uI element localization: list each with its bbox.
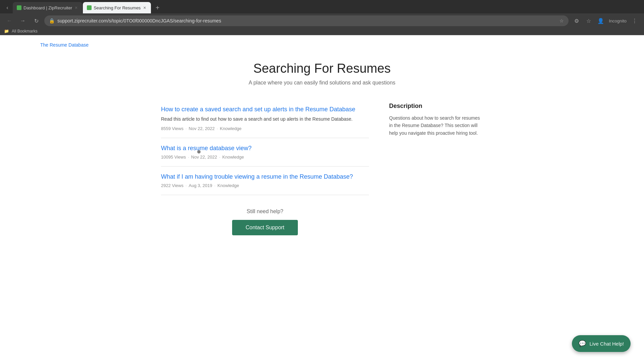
article-3-category: Knowledge: [217, 183, 239, 188]
back-button[interactable]: ←: [4, 15, 15, 26]
meta-dot-2: ·: [217, 126, 218, 131]
breadcrumb-link[interactable]: The Resume Database: [40, 42, 89, 48]
incognito-label: Incognito: [609, 18, 627, 23]
tab-support-title: Searching For Resumes: [94, 5, 141, 10]
article-1-meta: 8559 Views · Nov 22, 2022 · Knowledge: [161, 126, 369, 131]
tab-bar: ‹ Dashboard | ZipRecruiter × Searching F…: [0, 0, 644, 13]
live-chat-button[interactable]: 💬 Live Chat Help!: [572, 335, 631, 352]
contact-support-button[interactable]: Contact Support: [232, 220, 298, 235]
meta-dot-4: ·: [219, 155, 220, 160]
bookmarks-folder-icon: 📁: [4, 29, 9, 34]
article-3-views: 2922 Views: [161, 183, 183, 188]
article-1-category: Knowledge: [220, 126, 241, 131]
browser-chrome: ‹ Dashboard | ZipRecruiter × Searching F…: [0, 0, 644, 35]
article-3-date: Aug 3, 2019: [189, 183, 212, 188]
sidebar-description-title: Description: [389, 103, 483, 110]
meta-dot-5: ·: [185, 183, 187, 188]
article-2-category: Knowledge: [222, 155, 244, 160]
articles-list: How to create a saved search and set up …: [161, 99, 369, 242]
tab-support-close[interactable]: ×: [143, 5, 147, 11]
article-2-meta: 10095 Views · Nov 22, 2022 · Knowledge: [161, 155, 369, 160]
article-3-meta: 2922 Views · Aug 3, 2019 · Knowledge: [161, 183, 369, 188]
tab-dashboard-close[interactable]: ×: [74, 5, 78, 11]
nav-actions: ⚙ ☆ 👤 Incognito ⋮: [571, 15, 640, 26]
tab-dashboard-title: Dashboard | ZipRecruiter: [23, 5, 72, 10]
list-item: How to create a saved search and set up …: [161, 99, 369, 138]
page-title: Searching For Resumes: [0, 61, 644, 76]
page-subtitle: A place where you can easily find soluti…: [0, 80, 644, 86]
nav-bar: ← → ↻ 🔒 support.ziprecruiter.com/s/topic…: [0, 13, 644, 28]
hero-section: Searching For Resumes A place where you …: [0, 51, 644, 99]
tab-dashboard[interactable]: Dashboard | ZipRecruiter ×: [13, 2, 82, 13]
url-text: support.ziprecruiter.com/s/topic/0TO0f00…: [57, 18, 557, 23]
meta-dot-3: ·: [188, 155, 189, 160]
chat-icon: 💬: [579, 340, 586, 347]
bookmark-button[interactable]: ☆: [583, 15, 594, 26]
tab-support[interactable]: Searching For Resumes ×: [83, 2, 151, 13]
list-item: What if I am having trouble viewing a re…: [161, 167, 369, 195]
article-2-date: Nov 22, 2022: [191, 155, 217, 160]
profile-button[interactable]: 👤: [595, 15, 606, 26]
tab-dashboard-favicon: [17, 5, 21, 10]
new-tab-button[interactable]: +: [153, 3, 162, 12]
live-chat-label: Live Chat Help!: [589, 341, 624, 347]
list-item: What is a resume database view? 10095 Vi…: [161, 138, 369, 167]
bookmarks-bar: 📁 All Bookmarks: [0, 28, 644, 35]
star-icon[interactable]: ☆: [559, 18, 564, 23]
tab-support-favicon: [87, 5, 92, 10]
article-3-title-link[interactable]: What if I am having trouble viewing a re…: [161, 173, 369, 180]
still-need-help-section: Still need help? Contact Support: [161, 195, 369, 242]
menu-button[interactable]: ⋮: [629, 15, 640, 26]
page-content: The Resume Database Searching For Resume…: [0, 35, 644, 355]
still-need-help-label: Still need help?: [161, 208, 369, 215]
lock-icon: 🔒: [49, 18, 55, 23]
reload-button[interactable]: ↻: [31, 15, 42, 26]
all-bookmarks-label: All Bookmarks: [12, 29, 38, 34]
article-1-views: 8559 Views: [161, 126, 183, 131]
article-1-date: Nov 22, 2022: [189, 126, 215, 131]
article-1-excerpt: Read this article to find out how to sav…: [161, 116, 369, 123]
address-bar[interactable]: 🔒 support.ziprecruiter.com/s/topic/0TO0f…: [44, 15, 569, 26]
article-1-title-link[interactable]: How to create a saved search and set up …: [161, 106, 369, 113]
meta-dot-1: ·: [185, 126, 187, 131]
sidebar: Description Questions about how to searc…: [389, 99, 483, 242]
forward-button[interactable]: →: [17, 15, 28, 26]
article-2-views: 10095 Views: [161, 155, 186, 160]
tab-list-back[interactable]: ‹: [3, 3, 12, 12]
meta-dot-6: ·: [214, 183, 216, 188]
sidebar-description-text: Questions about how to search for resume…: [389, 114, 483, 137]
breadcrumb-area: The Resume Database: [0, 35, 644, 51]
main-layout: How to create a saved search and set up …: [121, 99, 523, 242]
article-2-title-link[interactable]: What is a resume database view?: [161, 145, 369, 152]
extensions-button[interactable]: ⚙: [571, 15, 582, 26]
